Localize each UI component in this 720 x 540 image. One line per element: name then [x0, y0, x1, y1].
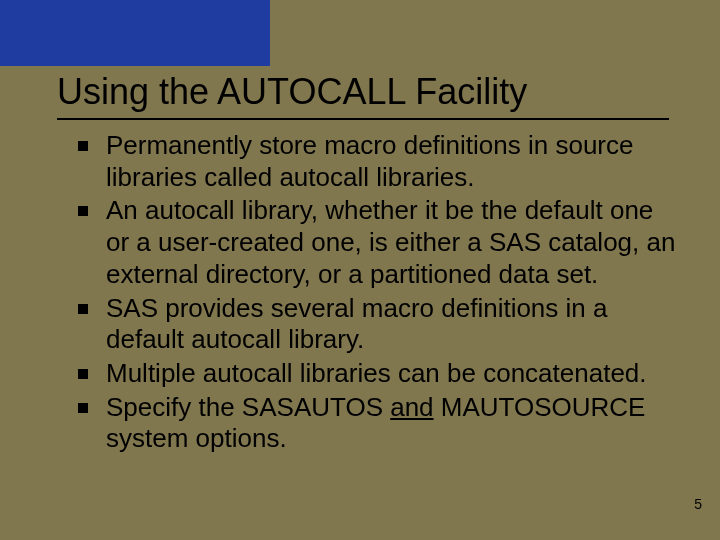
- slide: Using the AUTOCALL Facility Permanently …: [0, 0, 720, 540]
- bullet-icon: [78, 206, 88, 216]
- bullet-icon: [78, 141, 88, 151]
- bullet-icon: [78, 403, 88, 413]
- bullet-icon: [78, 304, 88, 314]
- bullet-text: Multiple autocall libraries can be conca…: [106, 358, 647, 388]
- list-item: Permanently store macro definitions in s…: [78, 130, 678, 193]
- header-accent-block: [0, 0, 270, 66]
- list-item: Multiple autocall libraries can be conca…: [78, 358, 678, 390]
- bullet-text: Specify the SASAUTOS and MAUTOSOURCE sys…: [106, 392, 645, 454]
- bullet-text: An autocall library, whether it be the d…: [106, 195, 675, 288]
- list-item: An autocall library, whether it be the d…: [78, 195, 678, 290]
- bullet-text: SAS provides several macro definitions i…: [106, 293, 607, 355]
- list-item: SAS provides several macro definitions i…: [78, 293, 678, 356]
- list-item: Specify the SASAUTOS and MAUTOSOURCE sys…: [78, 392, 678, 455]
- bullet-text: Permanently store macro definitions in s…: [106, 130, 633, 192]
- bullet-icon: [78, 369, 88, 379]
- slide-content: Permanently store macro definitions in s…: [78, 130, 678, 457]
- bullet-text-underline: and: [390, 392, 433, 422]
- bullet-text-segment: Specify the SASAUTOS: [106, 392, 390, 422]
- slide-title: Using the AUTOCALL Facility: [57, 72, 677, 112]
- page-number: 5: [694, 496, 702, 512]
- title-underline: [57, 118, 669, 120]
